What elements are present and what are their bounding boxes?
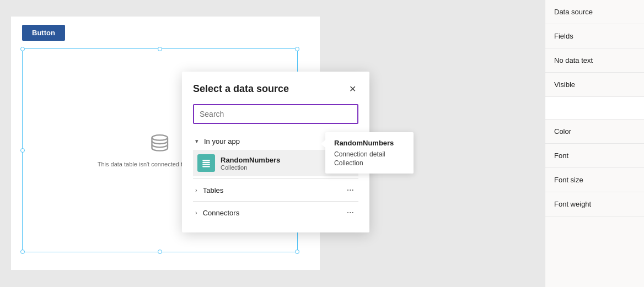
tables-more-button[interactable]: ···: [345, 186, 356, 194]
tooltip-popup: RandomNumbers Connection detail Collecti…: [325, 132, 414, 174]
panel-item-font[interactable]: Font: [545, 144, 644, 168]
modal-close-button[interactable]: ✕: [347, 83, 358, 95]
collection-type: Collection: [221, 164, 280, 171]
panel-item-highlighted: [545, 97, 644, 120]
panel-item-font-weight[interactable]: Font weight: [545, 192, 644, 216]
section-label-connectors: Connectors: [203, 209, 345, 217]
panel-item-no-data-text[interactable]: No data text: [545, 48, 644, 73]
section-label-tables: Tables: [203, 186, 345, 194]
collection-icon: [197, 154, 215, 172]
svg-point-0: [152, 135, 168, 140]
collection-name: RandomNumbers: [221, 156, 280, 164]
svg-rect-4: [202, 166, 210, 167]
handle-tl[interactable]: [20, 47, 25, 51]
database-icon: [149, 133, 170, 156]
panel-item-data-source[interactable]: Data source: [545, 0, 644, 24]
modal-header: Select a data source ✕: [193, 83, 358, 95]
search-input[interactable]: [193, 104, 358, 124]
canvas-area: Button This data t: [0, 0, 545, 287]
chevron-right-icon-tables: ›: [195, 187, 197, 193]
collection-info: RandomNumbers Collection: [221, 156, 280, 171]
chevron-right-icon-connectors: ›: [195, 209, 197, 216]
canvas-button[interactable]: Button: [22, 25, 65, 41]
connectors-more-button[interactable]: ···: [345, 208, 356, 217]
modal-title: Select a data source: [193, 83, 289, 95]
tooltip-detail: Connection detail: [334, 150, 405, 158]
panel-item-fields[interactable]: Fields: [545, 24, 644, 48]
handle-br[interactable]: [295, 250, 299, 254]
divider-1: [193, 178, 358, 179]
section-tables[interactable]: › Tables ···: [193, 181, 358, 199]
tooltip-sub: Collection: [334, 159, 405, 167]
handle-tr[interactable]: [295, 47, 299, 51]
svg-rect-2: [202, 162, 210, 163]
handle-tm[interactable]: [158, 47, 162, 51]
right-panel: Data source Fields No data text Visible …: [545, 0, 644, 287]
handle-ml[interactable]: [20, 148, 25, 153]
section-connectors[interactable]: › Connectors ···: [193, 204, 358, 221]
divider-2: [193, 201, 358, 202]
handle-bm[interactable]: [158, 250, 162, 254]
panel-item-color[interactable]: Color: [545, 120, 644, 144]
svg-rect-3: [202, 164, 210, 165]
panel-item-font-size[interactable]: Font size: [545, 168, 644, 192]
canvas-surface: Button This data t: [11, 17, 320, 270]
handle-bl[interactable]: [20, 250, 25, 254]
tooltip-title: RandomNumbers: [334, 139, 405, 147]
chevron-down-icon: ▾: [195, 138, 198, 145]
panel-item-visible[interactable]: Visible: [545, 73, 644, 97]
svg-rect-1: [202, 160, 210, 161]
